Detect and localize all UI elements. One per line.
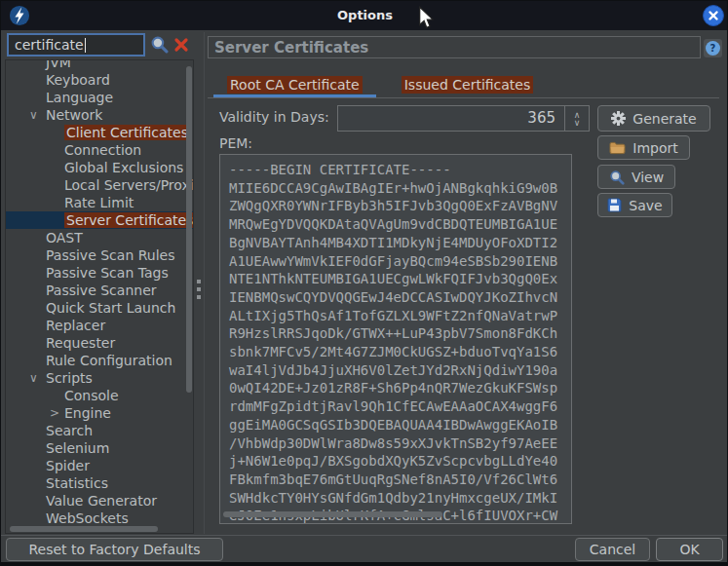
window-bottom-edge (1, 562, 728, 566)
tree-item-label: JVM (46, 59, 71, 70)
floppy-disk-icon (607, 198, 622, 212)
tree-item-label: Local Servers/Proxies (64, 177, 194, 193)
tree-item-passive-scan-rules[interactable]: Passive Scan Rules (6, 246, 193, 264)
search-input[interactable]: certificate (7, 33, 145, 57)
tree-item-spider[interactable]: Spider (6, 457, 193, 474)
tree-item-label: Passive Scan Tags (46, 265, 169, 281)
tree-item-replacer[interactable]: Replacer (6, 317, 193, 334)
options-dialog: Options certificate JVMKeyboardLanguage∨… (0, 0, 728, 566)
tree-vertical-scrollbar[interactable] (186, 66, 192, 393)
ok-button[interactable]: OK (656, 538, 723, 561)
tree-item-oast[interactable]: OAST (6, 229, 193, 246)
tree-item-jvm[interactable]: JVM (6, 59, 193, 71)
tree-item-network[interactable]: ∨Network (6, 106, 193, 124)
reset-defaults-button[interactable]: Reset to Factory Defaults (6, 538, 223, 561)
text-caret (85, 38, 86, 53)
spinner-arrows[interactable]: ∧∨ (564, 106, 589, 131)
panel-title: Server Certificates (214, 39, 368, 57)
help-icon[interactable]: ? (704, 39, 722, 57)
tab-issued-certificates[interactable]: Issued Certificates (388, 72, 548, 97)
tree-item-label: Passive Scan Rules (46, 247, 174, 263)
gear-icon (611, 111, 626, 126)
cancel-button[interactable]: Cancel (575, 538, 650, 561)
view-button[interactable]: View (597, 165, 675, 189)
validity-spinner[interactable]: 365 ∧∨ (337, 105, 590, 132)
tree-item-label: Replacer (46, 318, 105, 333)
tree-item-label: Global Exclusions (64, 160, 183, 175)
tree-item-search[interactable]: Search (6, 422, 193, 439)
collapse-icon[interactable]: ∨ (29, 369, 38, 387)
clear-search-icon[interactable] (173, 37, 189, 53)
generate-button[interactable]: Generate (597, 105, 710, 132)
tab-label: Issued Certificates (402, 76, 534, 94)
search-input-value: certificate (15, 37, 84, 53)
tree-item-requester[interactable]: Requester (6, 334, 193, 352)
tree-item-local-servers-proxies[interactable]: Local Servers/Proxies (6, 176, 193, 194)
tree-item-label: Search (46, 423, 93, 438)
tree-item-console[interactable]: Console (6, 387, 193, 404)
tabstrip-baseline (208, 97, 719, 98)
zap-logo-icon (9, 5, 30, 26)
tree-item-quick-start-launch[interactable]: Quick Start Launch (6, 299, 193, 317)
tree-item-connection[interactable]: Connection (6, 141, 193, 159)
titlebar[interactable]: Options (1, 1, 728, 30)
tree-item-passive-scanner[interactable]: Passive Scanner (6, 282, 193, 299)
tree-item-label: OAST (46, 230, 83, 245)
pem-textarea[interactable]: -----BEGIN CERTIFICATE----- MIIE6DCCA9Cg… (219, 154, 572, 524)
tree-item-label: Console (64, 388, 119, 403)
tree-item-language[interactable]: Language (6, 89, 193, 106)
tree-item-client-certificates[interactable]: Client Certificates (6, 124, 193, 141)
tree-item-engine[interactable]: >Engine (6, 404, 193, 422)
tree-item-label: Rate Limit (64, 195, 134, 210)
tree-item-passive-scan-tags[interactable]: Passive Scan Tags (6, 264, 193, 282)
tree-item-rule-configuration[interactable]: Rule Configuration (6, 352, 193, 369)
tree-item-label: Language (46, 90, 113, 105)
tree-item-rate-limit[interactable]: Rate Limit (6, 194, 193, 211)
tree-item-label: Value Generator (46, 493, 157, 509)
panel-header: Server Certificates (208, 36, 701, 58)
certificate-tabs: Root CA CertificateIssued Certificates (213, 72, 547, 97)
expand-icon[interactable]: > (50, 404, 59, 422)
tree-item-server-certificates[interactable]: Server Certificates (6, 211, 193, 229)
validity-value: 365 (338, 106, 564, 131)
save-button[interactable]: Save (597, 193, 672, 217)
pem-text: -----BEGIN CERTIFICATE----- MIIE6DCCA9Cg… (220, 155, 571, 524)
tree-item-label: Spider (46, 458, 90, 473)
tree-item-label: Passive Scanner (46, 283, 157, 298)
pem-label: PEM: (219, 135, 252, 151)
tree-item-global-exclusions[interactable]: Global Exclusions (6, 159, 193, 176)
tree-item-selenium[interactable]: Selenium (6, 439, 193, 457)
options-tree: JVMKeyboardLanguage∨NetworkClient Certif… (5, 59, 194, 534)
tree-item-websockets[interactable]: WebSockets (6, 509, 193, 527)
import-button[interactable]: Import (597, 135, 690, 160)
spinner-down-icon: ∨ (574, 119, 581, 127)
tree-item-label: Rule Configuration (46, 353, 172, 368)
tab-root-ca-certificate[interactable]: Root CA Certificate (213, 72, 376, 97)
window-title: Options (337, 8, 393, 22)
tree-item-statistics[interactable]: Statistics (6, 474, 193, 492)
tree-item-scripts[interactable]: ∨Scripts (6, 369, 193, 387)
collapse-icon[interactable]: ∨ (29, 106, 38, 124)
splitter-handle[interactable] (197, 280, 201, 299)
tree-item-label: Connection (64, 142, 141, 158)
close-button[interactable] (703, 5, 724, 26)
tree-item-label: Requester (46, 335, 115, 351)
validity-label: Validity in Days: (219, 109, 329, 125)
panel-divider (204, 32, 205, 534)
tree-item-keyboard[interactable]: Keyboard (6, 71, 193, 89)
tree-item-label: Keyboard (46, 72, 110, 88)
search-icon[interactable] (150, 35, 169, 54)
tree-item-label: Selenium (46, 440, 109, 456)
tree-item-label: Quick Start Launch (46, 300, 175, 316)
tree-horizontal-scrollbar[interactable] (10, 526, 158, 532)
tree-item-label: Statistics (46, 475, 108, 491)
tree-item-label: Network (46, 107, 102, 123)
tree-item-label: WebSockets (46, 510, 129, 526)
folder-icon (609, 141, 626, 155)
pem-horizontal-scrollbar[interactable] (223, 511, 442, 517)
footer-separator (1, 535, 728, 536)
tree-item-value-generator[interactable]: Value Generator (6, 492, 193, 509)
tree-item-label: Client Certificates (64, 125, 190, 140)
magnifier-icon (609, 170, 625, 185)
tree-item-label: Scripts (46, 370, 93, 386)
